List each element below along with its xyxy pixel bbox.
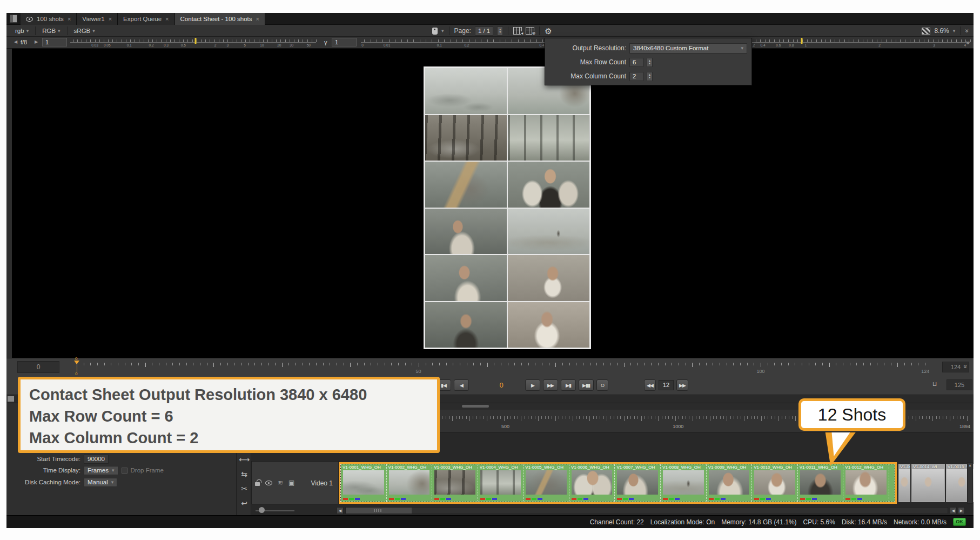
chevron-down-icon[interactable]: ▾ (441, 28, 444, 34)
clip-V1-0002_WHG_OH[interactable]: V1-0002_WHG_OH (387, 464, 433, 502)
step-forward-button[interactable]: ▶▮ (561, 379, 576, 391)
transport-frame-display[interactable]: 0 (487, 379, 515, 391)
gear-icon[interactable]: ⚙ (545, 27, 552, 35)
page-input[interactable]: 1 / 1 (475, 26, 493, 36)
max-column-count-spinner[interactable] (647, 72, 653, 81)
track-size-knob[interactable] (259, 507, 265, 513)
clip-V1-0004_WHG_OH[interactable]: V1-0004_WHG_OH (478, 464, 524, 502)
collapse-icon[interactable]: » (964, 29, 971, 33)
scrollbar-thumb[interactable] (346, 508, 412, 514)
clip-V1-0001_WHG_OH[interactable]: V1-0001_WHG_OH (341, 464, 387, 502)
video-track-header[interactable]: ≋ ▣ Video 1 (251, 461, 339, 504)
gain-decrease-icon[interactable]: ◀ (14, 39, 17, 44)
close-icon[interactable]: × (109, 16, 112, 22)
contact-sheet-cell-5[interactable] (425, 162, 507, 208)
contact-sheet-cell-6[interactable] (508, 162, 589, 208)
scroll-left-button-2[interactable]: ◀ (950, 507, 957, 514)
gain-increase-icon[interactable]: ▶ (35, 39, 38, 44)
contact-sheet-cell-4[interactable] (508, 115, 589, 161)
retime-tool-icon[interactable]: ⇆ (237, 470, 252, 478)
start-timecode-input[interactable]: 90000 (84, 455, 109, 464)
timeline-zoom-scrollbar[interactable] (462, 405, 489, 408)
contact-sheet-cell-11[interactable] (425, 302, 507, 348)
timeline-horizontal-scrollbar[interactable] (345, 507, 948, 514)
scroll-right-button[interactable]: ▶ (958, 507, 965, 514)
clip-V1-0013-partial[interactable] (889, 464, 895, 502)
contact-sheet-cell-9[interactable] (425, 255, 507, 301)
viewer-frame-ruler[interactable]: 0 0 50100124 (65, 358, 936, 377)
tab-contact-sheet-100-shots[interactable]: Contact Sheet - 100 shots× (175, 13, 265, 25)
playback-mode-button[interactable]: O (596, 379, 608, 391)
gamma-input[interactable]: 1 (332, 38, 357, 46)
slider-marker[interactable] (195, 38, 197, 44)
contact-sheet-cell-7[interactable] (425, 209, 507, 255)
slider-marker[interactable] (801, 38, 803, 44)
layers-icon[interactable]: ≋ (278, 479, 283, 486)
eye-icon[interactable] (265, 481, 272, 485)
layer-select[interactable]: RGB ▾ (39, 26, 63, 36)
clip-V1-0007_WHG_OH[interactable]: V1-0007_WHG_OH (615, 464, 661, 502)
clip-V1-0009_WHG_OH[interactable]: V1-0009_WHG_OH (707, 464, 753, 502)
scroll-up-icon[interactable]: ▲ (968, 463, 972, 467)
close-icon[interactable]: × (256, 16, 259, 22)
clip-V1-0012_WHG_OH[interactable]: V1-0012_WHG_OH (843, 464, 889, 502)
zoom-value[interactable]: 8.6% (934, 27, 949, 35)
tab-100-shots[interactable]: 100 shots× (21, 13, 77, 25)
close-icon[interactable]: × (68, 16, 71, 22)
clip-V1-0006_WHG_OH[interactable]: V1-0006_WHG_OH (569, 464, 615, 502)
step-back-button[interactable]: ◀ (454, 379, 469, 391)
contact-sheet-cell-8[interactable] (508, 209, 589, 255)
clip-V1-0013[interactable]: V1-0013 (898, 464, 910, 502)
close-icon[interactable]: × (165, 16, 169, 22)
clip-V1-0014_WI[interactable]: V1-0014_WI (911, 464, 945, 502)
colorspace-select[interactable]: sRGB ▾ (71, 26, 98, 36)
window-panel-icon[interactable] (10, 15, 17, 23)
contact-sheet-cell-12[interactable] (508, 302, 589, 348)
timeline-vertical-scrollbar[interactable]: ▲ (967, 462, 973, 504)
go-to-end-button[interactable]: ▶▮▮ (579, 379, 594, 391)
clip-V1-0011_WHG_OH[interactable]: V1-0011_WHG_OH (798, 464, 844, 502)
clip-V1-0005_WHG_OH[interactable]: V1-0005_WHG_OH (523, 464, 569, 502)
scroll-left-button[interactable]: ◀ (337, 507, 344, 514)
range-alt-box[interactable]: 125 (947, 379, 972, 390)
playhead[interactable]: 0 0 (77, 358, 77, 377)
grid-arrow-icon[interactable]: ◂ (513, 27, 522, 35)
gain-slider[interactable]: 0.030.050.10.20.30.523510203050 (70, 38, 316, 48)
grid-x-icon[interactable]: ⊗ (526, 27, 534, 35)
clip-V1-0010_WHG_OH[interactable]: V1-0010_WHG_OH (752, 464, 798, 502)
clip-V1-0003_WHG_OH[interactable]: V1-0003_WHG_OH (432, 464, 478, 502)
proxy-icon[interactable] (922, 28, 930, 35)
frame-increment-input[interactable]: 12 (659, 380, 674, 390)
time-display-select[interactable]: Frames ▾ (84, 466, 118, 475)
disk-caching-select[interactable]: Manual ▾ (84, 478, 117, 487)
channel-select[interactable]: rgb ▾ (12, 26, 32, 36)
current-frame-box[interactable]: 0 (17, 361, 59, 373)
resize-track-tool-icon[interactable]: ⟷ (237, 455, 252, 464)
max-column-count-input[interactable]: 2 (629, 72, 643, 81)
collapse-icon[interactable]: » (965, 41, 972, 45)
razor-tool-icon[interactable]: ✂ (237, 484, 252, 493)
page-spinner[interactable] (497, 26, 503, 36)
clip-V1-0008_WHG_OH[interactable]: V1-0008_WHG_OH (661, 464, 707, 502)
max-row-count-input[interactable]: 6 (629, 58, 643, 67)
tab-viewer1[interactable]: Viewer1× (77, 13, 118, 25)
skip-back-button[interactable]: ◀◀ (644, 379, 656, 391)
box-icon[interactable]: ▣ (288, 479, 294, 486)
contact-sheet-cell-3[interactable] (425, 115, 507, 161)
join-tool-icon[interactable]: ↩ (237, 499, 252, 508)
max-row-count-spinner[interactable] (647, 58, 653, 67)
collapse-icon[interactable]: » (962, 365, 969, 369)
tag-icon[interactable] (432, 28, 438, 35)
play-all-button[interactable]: ▶▶ (543, 379, 558, 391)
chevron-down-icon[interactable]: ▾ (953, 28, 956, 34)
panel-grip[interactable] (8, 396, 14, 402)
play-button[interactable]: ▶ (525, 379, 540, 391)
contact-sheet-cell-10[interactable] (508, 255, 589, 301)
contact-sheet-cell-1[interactable] (425, 68, 507, 114)
lock-icon[interactable] (255, 482, 260, 486)
output-resolution-select[interactable]: 3840x6480 Custom Format ▾ (629, 43, 747, 54)
drop-frame-checkbox[interactable] (122, 468, 127, 474)
skip-forward-button[interactable]: ▶▶ (676, 379, 688, 391)
tab-export-queue[interactable]: Export Queue× (118, 13, 174, 25)
gain-input[interactable]: 1 (42, 38, 67, 46)
